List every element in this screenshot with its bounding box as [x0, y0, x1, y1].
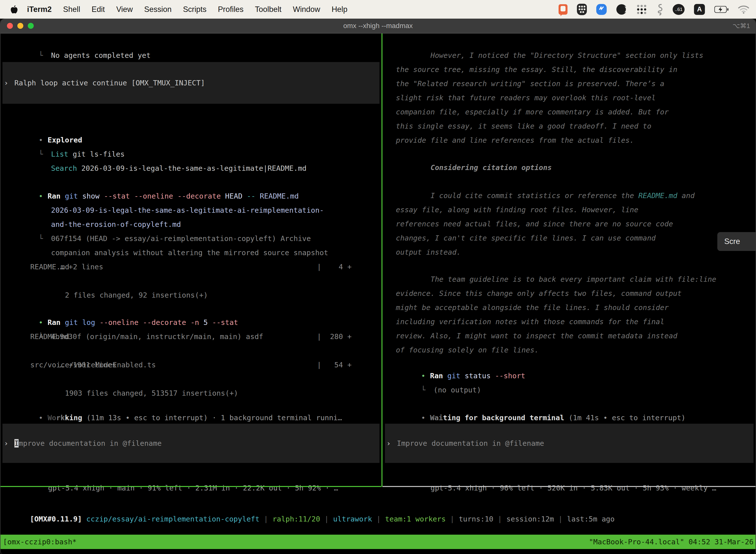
iterm-window: omx --xhigh --madmax ⌥⌘1 └No agents comp… [0, 19, 756, 554]
omx-ralph-counter: ralph:11/20 [272, 515, 320, 523]
readme-file-reference: README.md [638, 191, 677, 200]
separator: | [324, 515, 329, 523]
tree-connector: └ [421, 383, 434, 397]
menu-shell[interactable]: Shell [57, 5, 86, 14]
terminal-area: └No agents completed yet ›Ralph loop act… [0, 33, 756, 554]
chat-app-icon[interactable] [559, 4, 567, 15]
diffstat-file: README.md [30, 330, 69, 344]
wifi-icon[interactable] [738, 5, 749, 14]
prompt-placeholder: Improve documentation in @filename [397, 439, 544, 447]
diffstat-summary: 1903 files changed, 513517 insertions(+) [0, 372, 381, 386]
omx-last-activity: last:5m ago [567, 515, 615, 523]
log-hash-line: └4b9d30f (origin/main, instructkr/main, … [0, 316, 381, 330]
window-title: omx --xhigh --madmax [0, 22, 756, 30]
diffstat-row: README.md| 280 + [0, 330, 381, 344]
tmux-host-clock: "MacBook-Pro-44.local" 04:52 31-Mar-26 [589, 538, 756, 546]
menu-scripts[interactable]: Scripts [177, 5, 212, 14]
model-status-line-right: gpt-5.4 xhigh · 96% left · 520K in · 5.8… [383, 467, 756, 481]
separator: | [558, 515, 563, 523]
more-lines-indicator: … +2 lines [0, 246, 381, 260]
reasoning-paragraph-1: However, I noticed the "Directory Struct… [383, 34, 756, 162]
left-pane-bottom-border [0, 486, 381, 487]
bullet-icon: • [39, 411, 48, 425]
omx-team: team:1 workers [385, 515, 446, 523]
window-title-bar[interactable]: omx --xhigh --madmax ⌥⌘1 [0, 19, 756, 33]
tmux-session-name: [omx-cczip0:bash* [0, 538, 77, 546]
ralph-inject-box: ›Ralph loop active continue [OMX_TMUX_IN… [2, 62, 379, 104]
menu-session[interactable]: Session [138, 5, 177, 14]
diffstat-count: | 4 + [317, 260, 352, 274]
reasoning-paragraph-3: The team guideline is to back every impo… [383, 258, 756, 371]
separator: | [498, 515, 502, 523]
prompt-chevron-icon: › [385, 439, 397, 447]
pacman-icon[interactable] [616, 4, 627, 15]
badge-61-icon[interactable]: ..61 [673, 4, 685, 15]
diffstat-file: README.md [30, 260, 69, 274]
prompt-input-right[interactable]: ›Improve documentation in @filename [385, 424, 754, 463]
menu-help[interactable]: Help [326, 5, 353, 14]
diffstat-count: | 54 + [317, 358, 352, 372]
menu-status-icons: ..61 A [559, 3, 756, 15]
waiting-status-line: •Waiting for background terminal (1m 41s… [383, 397, 756, 411]
explored-list-line: └List git ls-files [0, 133, 381, 147]
separator: | [450, 515, 454, 523]
menu-edit[interactable]: Edit [86, 5, 110, 14]
ran-git-show-command: •Ran git show --stat --oneline --decorat… [0, 175, 381, 189]
explored-heading: •Explored [0, 119, 381, 133]
menu-iterm2[interactable]: iTerm2 [21, 5, 57, 14]
sync-bolt-icon[interactable] [596, 4, 607, 15]
diffstat-file: src/voice/voiceModeEnabled.ts [30, 358, 156, 372]
menu-window[interactable]: Window [287, 5, 326, 14]
chevron-icon: › [2, 79, 14, 87]
diffstat-row: README.md| 4 + [0, 260, 381, 274]
separator: | [377, 515, 381, 523]
battery-icon[interactable] [714, 6, 729, 13]
omx-version: [OMX#0.11.9] [30, 515, 82, 523]
right-pane-bottom-border [382, 486, 756, 487]
omx-branch-path: cczip/essay/ai-reimplementation-copyleft [86, 515, 259, 523]
omx-session-time: session:12m [506, 515, 554, 523]
omx-status-bar: [OMX#0.11.9] cczip/essay/ai-reimplementa… [0, 498, 756, 512]
tree-connector: └ [39, 48, 51, 63]
tmux-status-bar[interactable]: [omx-cczip0:bash* "MacBook-Pro-44.local"… [0, 535, 756, 549]
commit-path-line-1: 2026-03-09-is-legal-the-same-as-legitima… [0, 189, 381, 203]
no-output-line: └(no output) [383, 369, 756, 383]
model-status-line-left: gpt-5.4 xhigh · main · 91% left · 2.31M … [0, 467, 381, 481]
squiggle-icon[interactable] [656, 3, 663, 15]
explored-search-line: Search 2026-03-09-is-legal-the-same-as-l… [0, 147, 381, 161]
working-status-line: •Workking (11m 13s • esc to interrupt) ·… [0, 397, 381, 411]
text-cursor: I [14, 439, 19, 447]
macos-menu-bar: iTerm2 Shell Edit View Session Scripts P… [0, 0, 756, 19]
tree-connector [39, 161, 51, 175]
bullet-icon: • [421, 411, 430, 425]
more-lines-indicator: … +1901 lines [0, 344, 381, 358]
separator: | [264, 515, 268, 523]
pane-divider[interactable] [381, 34, 382, 487]
omx-turns: turns:10 [459, 515, 493, 523]
omx-mode: ultrawork [333, 515, 372, 523]
diffstat-row: src/voice/voiceModeEnabled.ts| 54 + [0, 358, 381, 372]
window-shortcut-badge: ⌥⌘1 [733, 22, 756, 30]
agents-completed-line: └No agents completed yet [0, 34, 381, 48]
keypad-shield-icon[interactable] [577, 4, 587, 15]
menu-view[interactable]: View [111, 5, 139, 14]
dots-grid-icon[interactable] [636, 4, 647, 15]
prompt-placeholder: mprove documentation in @filename [19, 439, 162, 447]
diffstat-count: | 280 + [317, 330, 352, 344]
prompt-input-left[interactable]: ›Improve documentation in @filename [2, 424, 379, 463]
ran-git-log-command: •Ran git log --oneline --decorate -n 5 -… [0, 301, 381, 316]
apple-logo-icon[interactable] [10, 5, 18, 14]
ran-git-status-command: •Ran git status --short [383, 355, 756, 369]
commit-hash-line: └067f154 (HEAD -> essay/ai-reimplementat… [0, 217, 381, 232]
menu-toolbelt[interactable]: Toolbelt [249, 5, 287, 14]
key-a-icon[interactable]: A [694, 4, 705, 15]
commit-message-continuation: companion analysis without altering the … [0, 232, 381, 246]
menu-profiles[interactable]: Profiles [212, 5, 249, 14]
prompt-chevron-icon: › [2, 439, 14, 447]
commit-path-line-2: and-the-erosion-of-copyleft.md [0, 203, 381, 217]
diffstat-summary: 2 files changed, 92 insertions(+) [0, 274, 381, 288]
screen-overlay-button[interactable]: Scre [717, 232, 756, 251]
